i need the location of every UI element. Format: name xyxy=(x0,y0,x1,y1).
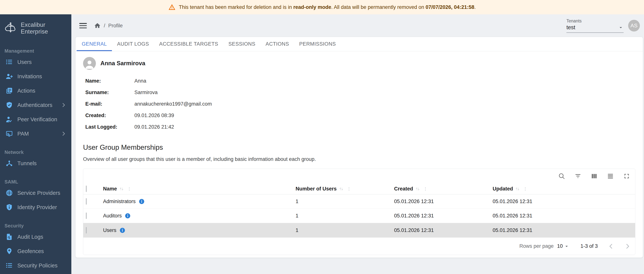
memberships-title: User Group Memberships xyxy=(83,144,635,151)
sort-icon[interactable] xyxy=(119,186,124,192)
row-checkbox[interactable] xyxy=(86,227,87,234)
shield-check-icon xyxy=(6,101,13,109)
table-row-administrators[interactable]: Administrators105.01.2026 12:3105.01.202… xyxy=(83,194,635,209)
sidebar-nav: ManagementUsersInvitationsActionsAuthent… xyxy=(0,48,71,273)
table-pagination: Rows per page 10 1-3 of 3 xyxy=(83,238,635,255)
column-header-updated[interactable]: Updated xyxy=(489,186,635,192)
sidebar-item-label: Service Providers xyxy=(17,190,60,196)
column-menu-icon[interactable] xyxy=(346,187,352,191)
sidebar-item-label: Actions xyxy=(17,88,35,94)
table-row-users[interactable]: Users105.01.2026 12:3105.01.2026 12:31 xyxy=(83,223,635,238)
tenants-select[interactable]: Tenants test xyxy=(566,18,624,33)
tab-audit-logs[interactable]: AUDIT LOGS xyxy=(112,37,154,51)
group-name: Users xyxy=(103,228,116,233)
caret-down-icon xyxy=(618,25,624,30)
banner-text: This tenant has been marked for deletion… xyxy=(179,4,476,10)
rows-per-page-label: Rows per page xyxy=(520,243,554,249)
home-icon[interactable] xyxy=(94,22,101,29)
search-icon[interactable] xyxy=(558,173,565,180)
column-header-name[interactable]: Name xyxy=(100,186,292,192)
group-updated: 05.01.2026 12:31 xyxy=(489,228,635,233)
profile-field-surname: Surname:Sarmirova xyxy=(83,90,635,101)
sidebar-item-service-providers[interactable]: Service Providers xyxy=(0,186,71,200)
info-icon[interactable] xyxy=(120,228,125,233)
person-add-icon xyxy=(6,73,13,80)
location-pin-plus-icon xyxy=(6,248,13,255)
column-header-label: Created xyxy=(394,186,413,192)
profile-avatar xyxy=(83,57,96,70)
info-icon[interactable] xyxy=(139,199,144,204)
tab-sessions[interactable]: SESSIONS xyxy=(223,37,260,51)
field-value: Anna xyxy=(134,78,146,84)
sidebar-item-pam[interactable]: PAM xyxy=(0,127,71,141)
sidebar-section-management: ManagementUsersInvitationsActionsAuthent… xyxy=(0,48,71,141)
tab-actions[interactable]: ACTIONS xyxy=(260,37,294,51)
sidebar-item-tunnels[interactable]: Tunnels xyxy=(0,156,71,171)
tab-general[interactable]: GENERAL xyxy=(77,37,112,51)
user-avatar[interactable]: AS xyxy=(628,20,640,31)
select-all-checkbox[interactable] xyxy=(86,186,87,192)
sort-icon[interactable] xyxy=(515,186,520,192)
avatar-initials: AS xyxy=(630,23,638,29)
column-header-number-of-users[interactable]: Number of Users xyxy=(292,186,390,192)
info-icon[interactable] xyxy=(125,213,130,219)
sidebar-item-label: Users xyxy=(17,59,32,65)
row-checkbox[interactable] xyxy=(86,213,87,219)
tab-permissions[interactable]: PERMISSIONS xyxy=(294,37,341,51)
row-checkbox[interactable] xyxy=(86,198,87,205)
sidebar-item-authenticators[interactable]: Authenticators xyxy=(0,98,71,112)
profile-field-e-mail: E-mail:annakucherenko1997@gmail.com xyxy=(83,101,635,113)
field-label: E-mail: xyxy=(85,101,134,107)
sidebar-section-saml: SAMLService ProvidersIdentity Provider xyxy=(0,179,71,214)
sidebar-item-label: Peer Verification xyxy=(17,116,57,123)
chevron-right-icon xyxy=(61,102,66,108)
column-header-created[interactable]: Created xyxy=(390,186,489,192)
column-menu-icon[interactable] xyxy=(523,187,528,191)
chevron-left-icon[interactable] xyxy=(608,243,614,250)
caret-down-icon xyxy=(564,244,570,249)
table-row-auditors[interactable]: Auditors105.01.2026 12:3105.01.2026 12:3… xyxy=(83,209,635,223)
warning-icon xyxy=(168,3,176,11)
person-check-icon xyxy=(6,116,13,123)
rows-per-page-select[interactable]: 10 xyxy=(557,243,570,249)
tab-accessible-targets[interactable]: ACCESSIBLE TARGETS xyxy=(154,37,223,51)
column-menu-icon[interactable] xyxy=(127,187,132,191)
field-label: Surname: xyxy=(85,90,134,95)
chevron-right-icon[interactable] xyxy=(624,243,631,250)
cloud-sword-logo-icon xyxy=(4,22,17,35)
sidebar-item-users[interactable]: Users xyxy=(0,55,71,69)
list-icon xyxy=(6,262,13,269)
sidebar-item-actions[interactable]: Actions xyxy=(0,83,71,98)
sidebar-section-label: Network xyxy=(0,150,71,155)
memberships-table: Name Number of Users Created Updated Adm… xyxy=(83,169,635,255)
list-icon xyxy=(6,58,13,66)
column-header-label: Updated xyxy=(493,186,513,192)
person-icon xyxy=(84,59,95,70)
sidebar-section-network: NetworkTunnels xyxy=(0,150,71,171)
tab-bar: GENERALAUDIT LOGSACCESSIBLE TARGETSSESSI… xyxy=(76,37,643,51)
sort-icon[interactable] xyxy=(415,186,420,192)
tenants-label: Tenants xyxy=(566,18,624,23)
sort-icon[interactable] xyxy=(338,186,344,192)
hamburger-menu-icon[interactable] xyxy=(79,22,87,29)
profile-field-created: Created:09.01.2026 08:39 xyxy=(83,113,635,124)
tenant-deletion-banner: This tenant has been marked for deletion… xyxy=(0,0,644,14)
column-menu-icon[interactable] xyxy=(423,187,428,191)
sidebar-item-peer-verification[interactable]: Peer Verification xyxy=(0,112,71,127)
brand-title: Excalibur Enterprise xyxy=(21,21,68,35)
sidebar-item-invitations[interactable]: Invitations xyxy=(0,69,71,83)
field-label: Name: xyxy=(85,78,134,84)
group-created: 05.01.2026 12:31 xyxy=(390,199,489,204)
profile-card: GENERALAUDIT LOGSACCESSIBLE TARGETSSESSI… xyxy=(76,37,643,258)
density-icon[interactable] xyxy=(607,173,614,180)
fullscreen-icon[interactable] xyxy=(623,173,630,180)
sidebar-item-security-policies[interactable]: Security Policies xyxy=(0,258,71,273)
sidebar-item-geofences[interactable]: Geofences xyxy=(0,244,71,258)
profile-fields: Name:AnnaSurname:SarmirovaE-mail:annakuc… xyxy=(83,78,635,136)
sidebar-item-identity-provider[interactable]: Identity Provider xyxy=(0,200,71,214)
sidebar-item-audit-logs[interactable]: Audit Logs xyxy=(0,230,71,244)
shield-info-icon xyxy=(6,204,13,211)
filter-icon[interactable] xyxy=(574,173,582,180)
group-created: 05.01.2026 12:31 xyxy=(390,228,489,233)
columns-icon[interactable] xyxy=(590,173,598,180)
